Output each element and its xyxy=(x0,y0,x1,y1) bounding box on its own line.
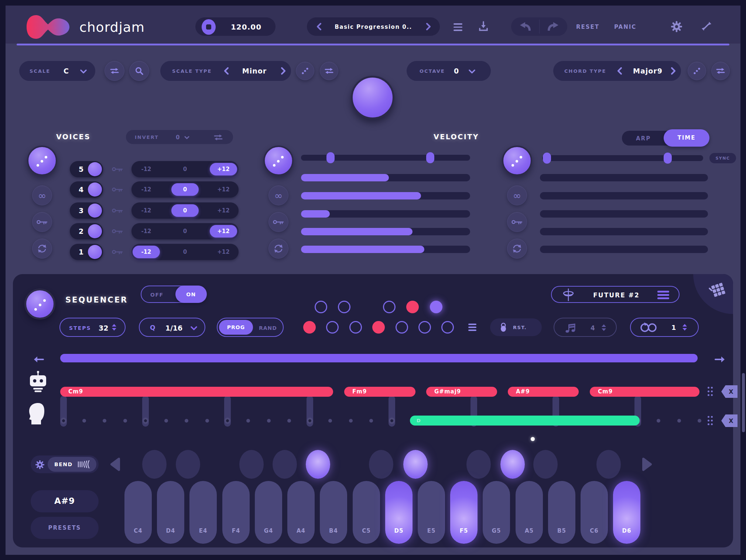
bend-gear-icon[interactable] xyxy=(35,460,44,469)
reset-button[interactable]: RESET xyxy=(576,24,599,30)
voice-toggle[interactable]: 5 xyxy=(70,161,103,177)
piano-key[interactable]: A5 xyxy=(516,481,543,544)
key-lock-button[interactable] xyxy=(268,212,288,232)
voice-on-knob[interactable] xyxy=(88,245,102,259)
rate-control[interactable]: 4 xyxy=(554,318,617,337)
beat-dot[interactable] xyxy=(82,419,86,423)
pattern-step[interactable] xyxy=(326,321,339,334)
chord-block[interactable]: Cm9 xyxy=(590,387,699,397)
voice-toggle[interactable]: 2 xyxy=(70,223,103,239)
sync-badge[interactable]: SYNC xyxy=(709,153,736,163)
pattern-step[interactable] xyxy=(406,301,419,313)
piano-key[interactable]: A4 xyxy=(287,481,315,544)
transpose-option[interactable]: +12 xyxy=(210,225,237,238)
on-option[interactable]: ON xyxy=(175,286,207,303)
prog-option[interactable]: PROG xyxy=(219,320,253,335)
beat-dot[interactable] xyxy=(143,418,149,424)
pattern-step[interactable] xyxy=(430,301,442,313)
range-handle[interactable] xyxy=(543,153,551,164)
chord-type-prev-icon[interactable] xyxy=(617,67,622,75)
beat-dot[interactable] xyxy=(389,418,395,424)
main-knob[interactable] xyxy=(351,76,394,119)
time-bar[interactable] xyxy=(540,246,708,253)
scale-type-selector[interactable]: SCALE TYPE Minor xyxy=(160,61,291,81)
page-indicator-dot[interactable] xyxy=(531,437,535,441)
beat-dot[interactable] xyxy=(164,419,168,423)
scale-type-next-icon[interactable] xyxy=(281,67,286,75)
piano-key[interactable]: C5 xyxy=(353,481,380,544)
pads-prev-arrow[interactable] xyxy=(110,457,121,471)
settings-gear-icon[interactable] xyxy=(671,21,682,32)
undo-button[interactable] xyxy=(511,17,539,36)
piano-key[interactable]: C4 xyxy=(124,481,152,544)
timeline-right-arrow[interactable] xyxy=(715,355,725,363)
time-bar[interactable] xyxy=(540,210,708,218)
arp-tab[interactable]: ARP xyxy=(636,135,651,142)
voice-toggle[interactable]: 4 xyxy=(70,181,103,198)
preset-selector[interactable]: Basic Progression 0.. xyxy=(307,17,440,36)
lane-scrollbar[interactable] xyxy=(742,373,745,432)
piano-key[interactable]: C6 xyxy=(581,481,608,544)
piano-key[interactable]: E4 xyxy=(189,481,217,544)
tempo-value[interactable]: 120.00 xyxy=(223,23,269,31)
menu-icon[interactable] xyxy=(454,23,462,31)
voice-on-knob[interactable] xyxy=(88,182,102,197)
voice-on-knob[interactable] xyxy=(88,204,102,218)
piano-key[interactable]: D4 xyxy=(157,481,184,544)
lane-delete-button[interactable]: X xyxy=(721,414,738,427)
reset-lock-control[interactable]: RST. xyxy=(490,318,542,336)
tempo-stop-icon[interactable] xyxy=(202,19,216,35)
transpose-option[interactable]: -12 xyxy=(141,166,151,173)
timeline-bar[interactable] xyxy=(60,354,698,362)
lane-drag-handle[interactable] xyxy=(708,416,714,426)
note-pad[interactable] xyxy=(176,450,200,479)
time-bar[interactable] xyxy=(540,192,708,199)
voice-on-knob[interactable] xyxy=(88,224,102,238)
note-pad[interactable] xyxy=(466,450,491,479)
random-ball[interactable] xyxy=(263,146,294,176)
velocity-range-slider[interactable] xyxy=(301,155,470,161)
transpose-option[interactable]: 0 xyxy=(183,166,187,173)
note-pad[interactable] xyxy=(239,450,264,479)
beat-dot[interactable] xyxy=(246,419,250,423)
piano-key[interactable]: D6 xyxy=(613,481,640,544)
transpose-option[interactable]: 0 xyxy=(183,249,187,255)
beat-dot[interactable] xyxy=(185,419,188,423)
pattern-menu-icon[interactable] xyxy=(468,324,476,331)
transpose-option[interactable]: -12 xyxy=(141,186,151,193)
pattern-step[interactable] xyxy=(315,301,327,313)
velocity-bar[interactable] xyxy=(301,246,470,253)
note-pad[interactable] xyxy=(596,450,621,479)
velocity-bar[interactable] xyxy=(301,210,470,218)
timeline-left-arrow[interactable] xyxy=(34,355,44,363)
quantize-control[interactable]: Q 1/16 xyxy=(139,318,205,337)
piano-key[interactable]: B5 xyxy=(548,481,575,544)
chord-type-next-icon[interactable] xyxy=(671,67,676,75)
note-pad[interactable] xyxy=(403,450,428,479)
chord-block[interactable]: Cm9 xyxy=(60,387,333,397)
redo-button[interactable] xyxy=(539,17,567,36)
melody-note-bar[interactable]: D xyxy=(410,416,640,426)
resize-arrows-icon[interactable] xyxy=(701,21,712,31)
chord-type-swap-button[interactable] xyxy=(711,62,730,80)
time-bar[interactable] xyxy=(540,174,708,181)
robot-lane-icon[interactable] xyxy=(28,371,48,392)
corner-grid-bg[interactable] xyxy=(693,274,733,314)
sequencer-preset[interactable]: FUTURE #2 xyxy=(551,286,680,303)
random-ball[interactable] xyxy=(502,146,532,176)
steps-control[interactable]: STEPS 32 xyxy=(59,318,126,337)
steps-stepper[interactable] xyxy=(112,324,116,331)
beat-dot[interactable] xyxy=(225,418,231,424)
chord-type-selector[interactable]: CHORD TYPE Major9 xyxy=(553,61,681,81)
transpose-option[interactable]: +12 xyxy=(217,207,229,214)
infinity-button[interactable]: ∞ xyxy=(32,185,52,205)
range-handle[interactable] xyxy=(326,152,335,163)
transpose-option[interactable]: 0 xyxy=(183,228,187,235)
transpose-option[interactable]: 0 xyxy=(171,204,199,217)
loop-stepper[interactable] xyxy=(682,324,687,331)
panic-button[interactable]: PANIC xyxy=(614,24,636,30)
cycle-button[interactable] xyxy=(268,239,288,259)
pattern-step[interactable] xyxy=(303,321,316,334)
pattern-step[interactable] xyxy=(396,321,408,334)
note-pad[interactable] xyxy=(306,450,330,479)
